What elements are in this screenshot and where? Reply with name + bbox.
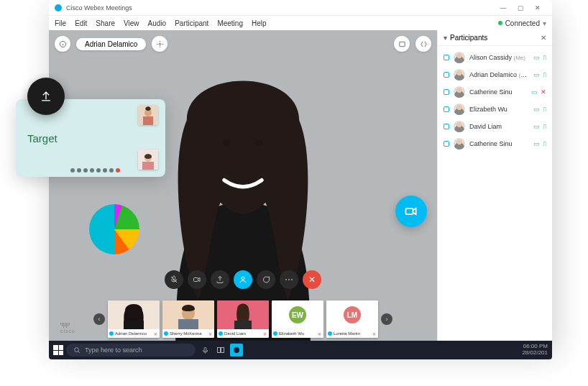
menu-file[interactable]: File bbox=[55, 19, 66, 27]
svg-point-5 bbox=[159, 43, 161, 45]
video-status-icon: ▭ bbox=[533, 54, 540, 61]
thumbnail-1[interactable]: Sherry McKenna✕ bbox=[162, 300, 214, 338]
thumb-next-button[interactable]: › bbox=[381, 313, 392, 325]
system-clock[interactable]: 06:00 PM 28/02/201 bbox=[522, 344, 548, 357]
svg-point-3 bbox=[256, 139, 263, 145]
maximize-button[interactable]: ▢ bbox=[512, 4, 529, 12]
device-icon bbox=[444, 89, 449, 95]
connection-status: Connected ▾ bbox=[498, 19, 546, 27]
active-speaker-name: Adrian Delamico bbox=[76, 38, 146, 50]
participant-row-4[interactable]: David Liam ▭⎍ bbox=[438, 118, 552, 135]
target-pie-chart bbox=[89, 204, 139, 254]
windows-taskbar: Type here to search 06:00 PM 28/02/201 bbox=[49, 341, 552, 359]
mic-status-icon: ⎍ bbox=[543, 54, 546, 61]
menu-view[interactable]: View bbox=[124, 19, 139, 27]
titlebar: Cisco Webex Meetings — ▢ ✕ bbox=[49, 0, 552, 16]
panel-close-button[interactable]: ✕ bbox=[541, 34, 546, 42]
info-button[interactable] bbox=[55, 36, 70, 52]
participant-row-1[interactable]: Adrian Delamico (Host)▭⎍ bbox=[438, 66, 552, 83]
more-button[interactable]: ⋯ bbox=[280, 270, 298, 289]
mic-status-icon: ⎍ bbox=[543, 106, 546, 113]
upload-icon bbox=[39, 89, 53, 104]
device-icon bbox=[444, 106, 449, 112]
svg-rect-12 bbox=[124, 321, 144, 329]
video-status-icon: ▭ bbox=[533, 106, 540, 113]
search-icon bbox=[73, 346, 81, 354]
mic-status-icon: ⎍ bbox=[543, 140, 546, 147]
minimize-button[interactable]: — bbox=[495, 4, 512, 12]
start-button[interactable] bbox=[53, 345, 63, 355]
chat-button[interactable] bbox=[257, 270, 275, 289]
share-thumb-2 bbox=[138, 150, 158, 170]
avatar bbox=[454, 121, 465, 132]
svg-rect-6 bbox=[399, 42, 404, 46]
video-status-icon: ▭ bbox=[533, 71, 540, 78]
share-card-label: Target bbox=[27, 132, 58, 144]
pin-button[interactable] bbox=[152, 36, 167, 52]
svg-rect-21 bbox=[218, 348, 221, 353]
menu-edit[interactable]: Edit bbox=[75, 19, 87, 27]
mute-button[interactable] bbox=[165, 270, 183, 289]
search-placeholder: Type here to search bbox=[85, 346, 142, 354]
cortana-mic-icon[interactable] bbox=[198, 344, 211, 357]
svg-rect-29 bbox=[142, 162, 154, 170]
close-window-button[interactable]: ✕ bbox=[529, 4, 546, 12]
avatar bbox=[454, 69, 465, 81]
video-status-icon: ▭ bbox=[533, 123, 540, 130]
share-thumb-1 bbox=[138, 105, 158, 125]
svg-rect-7 bbox=[406, 208, 413, 214]
svg-rect-8 bbox=[194, 278, 198, 282]
menu-participant[interactable]: Participant bbox=[175, 19, 208, 27]
upload-fab-button[interactable] bbox=[27, 78, 65, 115]
leave-button[interactable]: ✕ bbox=[303, 270, 321, 289]
menubar: File Edit Share View Audio Participant M… bbox=[49, 16, 552, 30]
thumbnail-strip: ‹ Adrian Delamico✕Sherry McKenna✕David L… bbox=[49, 300, 437, 338]
device-icon bbox=[444, 124, 449, 129]
menu-help[interactable]: Help bbox=[252, 19, 267, 27]
participants-panel: ▾ Participants ✕ Alison Cassidy (Me)▭⎍Ad… bbox=[437, 30, 552, 345]
svg-point-19 bbox=[75, 348, 79, 352]
share-button[interactable] bbox=[211, 270, 229, 289]
device-icon bbox=[444, 72, 449, 78]
device-icon bbox=[444, 55, 449, 60]
share-pagination-dots[interactable] bbox=[70, 168, 120, 173]
webex-taskbar-icon[interactable] bbox=[230, 344, 243, 357]
svg-rect-22 bbox=[221, 348, 224, 353]
thumbnail-0[interactable]: Adrian Delamico✕ bbox=[108, 300, 160, 338]
mic-status-icon: ⎍ bbox=[543, 123, 546, 130]
video-fab-button[interactable] bbox=[395, 196, 427, 227]
thumbnail-2[interactable]: David Liam✕ bbox=[217, 300, 269, 338]
participant-row-2[interactable]: Catherine Sinu ▭✕ bbox=[438, 83, 552, 101]
thumb-prev-button[interactable]: ‹ bbox=[93, 313, 105, 325]
layout-grid-button[interactable] bbox=[415, 36, 431, 52]
svg-rect-18 bbox=[234, 321, 252, 329]
menu-share[interactable]: Share bbox=[96, 19, 115, 27]
avatar bbox=[454, 86, 465, 98]
panel-title: Participants bbox=[450, 34, 487, 42]
avatar bbox=[454, 104, 465, 115]
video-status-icon: ▭ bbox=[531, 88, 538, 96]
panel-chevron-icon[interactable]: ▾ bbox=[444, 34, 447, 42]
video-button[interactable] bbox=[188, 270, 206, 289]
menu-meeting[interactable]: Meeting bbox=[217, 19, 243, 27]
thumbnail-3[interactable]: EWElizabeth Wu✕ bbox=[272, 300, 323, 338]
cisco-watermark: cisco bbox=[60, 323, 75, 334]
participant-list: Alison Cassidy (Me)▭⎍Adrian Delamico (Ho… bbox=[438, 46, 552, 155]
taskbar-search[interactable]: Type here to search bbox=[66, 344, 196, 357]
participants-button[interactable] bbox=[234, 270, 252, 289]
svg-rect-26 bbox=[143, 116, 153, 125]
connection-chevron-icon[interactable]: ▾ bbox=[543, 19, 546, 27]
video-status-icon: ▭ bbox=[533, 140, 540, 147]
svg-point-2 bbox=[223, 139, 230, 145]
svg-rect-20 bbox=[204, 347, 206, 351]
participant-row-0[interactable]: Alison Cassidy (Me)▭⎍ bbox=[438, 49, 552, 66]
svg-point-23 bbox=[234, 347, 239, 353]
thumbnail-4[interactable]: LMLoretta Martin✕ bbox=[326, 300, 378, 338]
participant-row-3[interactable]: Elizabeth Wu ▭⎍ bbox=[438, 101, 552, 118]
task-view-icon[interactable] bbox=[214, 344, 227, 357]
layout-fullscreen-button[interactable] bbox=[394, 36, 410, 52]
menu-audio[interactable]: Audio bbox=[148, 19, 167, 27]
device-icon bbox=[444, 141, 449, 147]
main-video: Adrian Delamico bbox=[49, 30, 437, 345]
participant-row-5[interactable]: Catherine Sinu ▭⎍ bbox=[438, 135, 552, 152]
